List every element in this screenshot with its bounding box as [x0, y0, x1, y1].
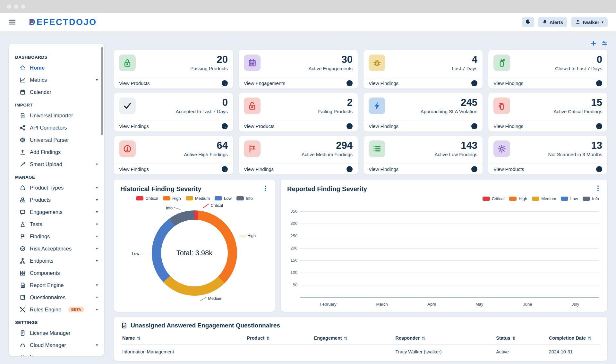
stat-card-link-failing-products[interactable]: View Products →	[239, 121, 358, 131]
sidebar-item-smart-upload[interactable]: Smart Upload▾	[15, 158, 101, 170]
legend-item-low[interactable]: Low	[215, 196, 232, 201]
arrow-right-circle-icon: →	[222, 80, 228, 86]
sidebar-section-title: IMPORT	[15, 103, 101, 107]
legend-item-high[interactable]: High	[509, 196, 527, 201]
chevron-down-icon: ▾	[96, 283, 98, 287]
sidebar-item-cloud-manager[interactable]: Cloud Manager▾	[15, 339, 101, 351]
sort-icon[interactable]: ⇅	[137, 336, 141, 341]
sort-icon[interactable]: ⇅	[266, 336, 270, 341]
sidebar-item-universal-parser[interactable]: Universal Parser	[15, 134, 101, 146]
stat-card-link-active-low-findings[interactable]: View Findings →	[364, 164, 483, 174]
sidebar-item-tests[interactable]: Tests▾	[15, 218, 101, 230]
sidebar-item-risk-acceptances[interactable]: Risk Acceptances▾	[15, 242, 101, 255]
sort-icon[interactable]: ⇅	[344, 336, 347, 341]
calendar-check-icon	[244, 55, 261, 71]
dashboard-settings-icon[interactable]	[602, 40, 607, 46]
stat-card-link-accepted-in-last-7-days[interactable]: View Findings →	[114, 121, 233, 131]
sidebar-item-report-engine[interactable]: Report Engine▾	[15, 279, 101, 291]
column-header-status[interactable]: Status⇅	[495, 333, 547, 345]
sidebar-item-api-connectors[interactable]: API Connectors	[15, 122, 101, 134]
window-dot[interactable]	[14, 4, 18, 9]
x-axis-label: May	[475, 302, 483, 307]
stat-label: Active High Findings	[184, 152, 228, 157]
stat-card-link-active-engagements[interactable]: View Engagements →	[239, 78, 358, 89]
sidebar-section-title: MANAGE	[15, 175, 101, 180]
legend-label: Critical	[492, 196, 505, 201]
cloud-icon	[20, 342, 26, 348]
menu-icon[interactable]	[8, 18, 17, 26]
card-menu-icon[interactable]	[265, 185, 270, 191]
card-menu-icon[interactable]	[597, 185, 602, 191]
column-header-engagement[interactable]: Engagement⇅	[313, 333, 394, 345]
sidebar-item-product-types[interactable]: Product Types▾	[15, 182, 101, 194]
sidebar-item-license-manager[interactable]: License Manager	[15, 327, 101, 339]
sidebar-item-label: License Manager	[30, 330, 71, 336]
sidebar-item-add-findings[interactable]: Add Findings	[15, 146, 101, 158]
stat-card-link-not-scanned-in-3-months[interactable]: View Products →	[488, 164, 607, 174]
legend-item-critical[interactable]: Critical	[136, 196, 158, 201]
stat-card-link-active-medium-findings[interactable]: View Findings →	[239, 164, 358, 174]
stat-link-label: View Products	[119, 80, 150, 86]
stat-card-link-passing-products[interactable]: View Products →	[114, 78, 233, 89]
sort-icon[interactable]: ⇅	[512, 336, 516, 341]
arrow-right-circle-icon: →	[346, 80, 353, 86]
window-dot[interactable]	[7, 4, 11, 9]
table-row[interactable]: Information ManagementTracy Walker (twal…	[121, 345, 600, 357]
window-dot[interactable]	[21, 4, 25, 9]
moon-icon	[525, 19, 531, 25]
sort-icon[interactable]: ⇅	[422, 336, 425, 341]
stat-card-not-scanned-in-3-months: 13 Not Scanned in 3 Months View Products…	[488, 136, 607, 174]
arrow-right-circle-icon: →	[346, 123, 353, 129]
bar-chart-plot[interactable]: 50100150200250300350	[300, 212, 599, 298]
legend-item-low[interactable]: Low	[561, 196, 578, 201]
sidebar-item-calendar[interactable]: Calendar	[15, 86, 101, 98]
stat-card-link-last-7-days[interactable]: View Findings →	[364, 78, 483, 89]
legend-item-critical[interactable]: Critical	[483, 196, 505, 201]
legend-item-high[interactable]: High	[163, 196, 181, 201]
stat-card-link-closed-in-last-7-days[interactable]: View Findings →	[488, 78, 607, 89]
sidebar-item-users[interactable]: Users▾	[15, 351, 101, 356]
sidebar-item-label: Questionnaires	[30, 294, 65, 301]
dark-mode-button[interactable]	[522, 17, 534, 27]
user-icon	[575, 19, 580, 25]
sidebar-section-title: SETTINGS	[15, 320, 101, 325]
column-header-completion-date[interactable]: Completion Date⇅	[548, 333, 600, 345]
sidebar-section-title: DASHBOARDS	[15, 55, 101, 60]
legend-item-medium[interactable]: Medium	[186, 196, 210, 201]
legend-label: Info	[592, 196, 599, 201]
y-axis-tick: 250	[288, 233, 297, 238]
defectdojo-logo[interactable]: DEFECTDOJO	[29, 17, 97, 27]
alerts-button[interactable]: Alerts	[538, 17, 568, 27]
legend-item-info[interactable]: Info	[236, 196, 253, 201]
column-header-name[interactable]: Name⇅	[121, 333, 245, 345]
sidebar-item-questionnaires[interactable]: Questionnaires▾	[15, 291, 101, 303]
sort-icon[interactable]: ⇅	[588, 336, 591, 341]
sidebar-item-products[interactable]: Products▾	[15, 194, 101, 206]
components-icon	[20, 270, 26, 276]
legend-item-info[interactable]: Info	[583, 196, 599, 201]
sidebar-item-rules-engine[interactable]: Rules EngineBETA▾	[15, 303, 101, 316]
sidebar-item-universal-importer[interactable]: Universal Importer	[15, 109, 101, 122]
sidebar-item-home[interactable]: Home	[15, 62, 101, 74]
sidebar-item-endpoints[interactable]: Endpoints▾	[15, 255, 101, 267]
table-cell: Active	[495, 345, 547, 357]
sidebar: DASHBOARDSHomeMetrics▾CalendarIMPORTUniv…	[9, 44, 104, 356]
sidebar-item-components[interactable]: Components	[15, 267, 101, 279]
column-header-responder[interactable]: Responder⇅	[394, 333, 495, 345]
stat-card-link-active-critical-findings[interactable]: View Findings →	[488, 121, 607, 131]
sidebar-item-metrics[interactable]: Metrics▾	[15, 74, 101, 86]
legend-swatch	[236, 196, 244, 200]
user-menu-button[interactable]: twalker ▾	[571, 17, 608, 27]
column-header-product[interactable]: Product⇅	[245, 333, 312, 345]
arrow-right-circle-icon: →	[596, 80, 602, 86]
sidebar-item-engagements[interactable]: Engagements▾	[15, 206, 101, 218]
stat-card-link-approaching-sla-violation[interactable]: View Findings →	[364, 121, 483, 131]
bar-legend: CriticalHighMediumLowInfo	[483, 196, 599, 201]
sidebar-scrollbar[interactable]	[101, 47, 103, 135]
stat-card-link-active-high-findings[interactable]: View Findings →	[114, 164, 233, 174]
legend-item-medium[interactable]: Medium	[532, 196, 556, 201]
arrow-right-circle-icon: →	[346, 166, 353, 172]
column-label: Engagement	[314, 335, 342, 341]
sidebar-item-findings[interactable]: Findings▾	[15, 230, 101, 242]
add-widget-icon[interactable]	[591, 40, 596, 46]
